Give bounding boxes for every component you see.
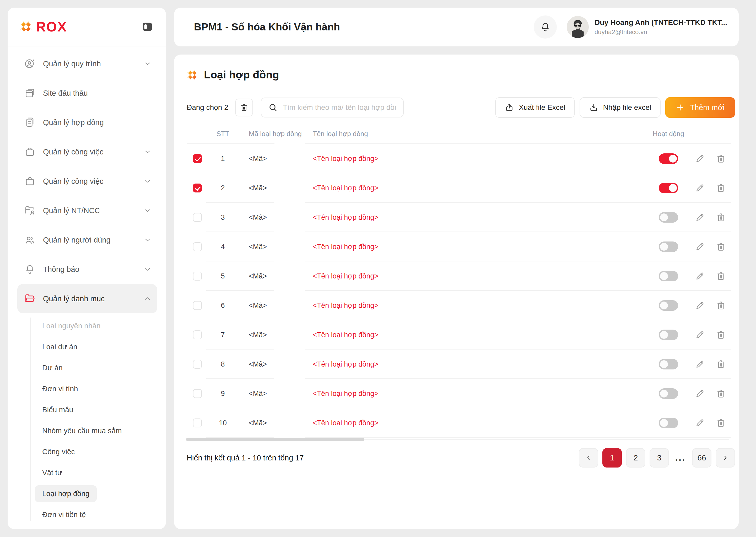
table-row: 6 <Mã> <Tên loại hợp đồng>: [174, 291, 739, 320]
row-checkbox[interactable]: [193, 360, 202, 369]
sidebar-item[interactable]: Quản lý NT/NCC: [17, 196, 157, 225]
sidebar-subitem[interactable]: Đơn vị tính: [8, 378, 166, 399]
sidebar-item-label: Quản lý quy trình: [43, 60, 144, 68]
sidebar-subitem[interactable]: Biểu mẫu: [8, 399, 166, 420]
sidebar-subitem-label: Biểu mẫu: [35, 401, 80, 418]
edit-button[interactable]: [695, 330, 705, 340]
active-toggle[interactable]: [659, 388, 678, 399]
sidebar-item[interactable]: Quản lý công việc: [17, 137, 157, 167]
sidebar-item-label: Quản lý danh mục: [43, 295, 144, 303]
delete-button[interactable]: [716, 183, 726, 193]
sidebar-subitem[interactable]: Loại nguyên nhân: [8, 315, 166, 336]
delete-button[interactable]: [716, 271, 726, 281]
sidebar-subitem[interactable]: Đơn vị tiền tệ: [8, 504, 166, 525]
horizontal-scrollbar[interactable]: [186, 437, 729, 441]
cell-name: <Tên loại hợp đồng>: [305, 243, 648, 251]
sidebar-item[interactable]: Thông báo: [17, 255, 157, 284]
pencil-icon: [695, 153, 705, 164]
sidebar-subitem[interactable]: Nhóm yêu cầu mua sắm: [8, 420, 166, 441]
edit-button[interactable]: [695, 183, 705, 193]
previous-page-button[interactable]: [579, 448, 598, 468]
active-toggle[interactable]: [659, 212, 678, 223]
page-button[interactable]: ...: [673, 448, 688, 468]
search-box: [261, 98, 404, 117]
row-checkbox[interactable]: [193, 154, 202, 163]
toggle-knob: [660, 272, 668, 280]
delete-button[interactable]: [716, 359, 726, 369]
active-toggle[interactable]: [659, 359, 678, 369]
chevron-icon: [144, 89, 151, 97]
delete-button[interactable]: [716, 241, 726, 252]
sidebar-item[interactable]: Site đấu thầu: [17, 78, 157, 108]
row-checkbox[interactable]: [193, 184, 202, 192]
edit-button[interactable]: [695, 212, 705, 223]
edit-button[interactable]: [695, 241, 705, 252]
import-excel-button[interactable]: Nhập file excel: [579, 97, 661, 118]
add-new-button[interactable]: Thêm mới: [665, 97, 735, 118]
sidebar-item-label: Quản lý công việc: [43, 177, 144, 186]
sidebar-item[interactable]: Quản lý công việc: [17, 167, 157, 196]
sidebar-subitem[interactable]: Công việc: [8, 441, 166, 462]
delete-button[interactable]: [716, 300, 726, 311]
row-checkbox[interactable]: [193, 301, 202, 310]
row-checkbox[interactable]: [193, 389, 202, 398]
edit-button[interactable]: [695, 388, 705, 399]
notifications-button[interactable]: [534, 16, 557, 39]
sidebar-item[interactable]: Quản lý hợp đồng: [17, 108, 157, 137]
avatar[interactable]: [567, 16, 589, 38]
delete-button[interactable]: [716, 418, 726, 428]
delete-button[interactable]: [716, 388, 726, 399]
user-info[interactable]: Duy Hoang Anh (TNTECH-TTKD TKT... duyha2…: [595, 19, 727, 35]
sidebar-subitem-label: Vật tư: [35, 464, 69, 481]
row-checkbox[interactable]: [193, 242, 202, 251]
page-button[interactable]: 3: [650, 448, 669, 468]
edit-button[interactable]: [695, 359, 705, 369]
edit-button[interactable]: [695, 418, 705, 428]
toggle-knob: [660, 302, 668, 310]
sidebar-item[interactable]: Quản lý danh mục: [17, 284, 157, 313]
export-excel-label: Xuất file Excel: [519, 103, 565, 112]
toggle-knob: [660, 390, 668, 397]
sidebar-item[interactable]: Quản lý người dùng: [17, 225, 157, 255]
active-toggle[interactable]: [659, 241, 678, 252]
active-toggle[interactable]: [659, 271, 678, 281]
edit-button[interactable]: [695, 300, 705, 311]
sidebar-subitem[interactable]: Dự án: [8, 357, 166, 378]
scrollbar-thumb[interactable]: [186, 437, 364, 441]
delete-button[interactable]: [716, 153, 726, 164]
edit-button[interactable]: [695, 271, 705, 281]
page-button[interactable]: 1: [602, 448, 622, 468]
delete-button[interactable]: [716, 212, 726, 223]
active-toggle[interactable]: [659, 418, 678, 428]
sidebar-item[interactable]: Quản lý quy trình: [17, 49, 157, 78]
import-excel-label: Nhập file excel: [603, 103, 652, 112]
next-page-button[interactable]: [716, 448, 735, 468]
active-toggle[interactable]: [659, 300, 678, 311]
cell-name: <Tên loại hợp đồng>: [305, 302, 648, 310]
active-toggle[interactable]: [659, 153, 678, 164]
trash-icon: [716, 388, 726, 399]
active-toggle[interactable]: [659, 330, 678, 340]
bell-icon: [540, 21, 551, 32]
row-checkbox[interactable]: [193, 272, 202, 280]
sidebar-subitem[interactable]: Loại dự án: [8, 336, 166, 357]
bulk-delete-button[interactable]: [235, 99, 253, 116]
export-excel-button[interactable]: Xuất file Excel: [495, 97, 575, 118]
sidebar-item-label: Thông báo: [43, 265, 144, 274]
page-button[interactable]: 2: [626, 448, 645, 468]
sidebar-subitem[interactable]: Vật tư: [8, 462, 166, 483]
search-input[interactable]: [282, 103, 396, 112]
sidebar-item-label: Quản lý NT/NCC: [43, 206, 144, 215]
sidebar-collapse-button[interactable]: [141, 21, 154, 33]
sidebar-subitem-label: Công việc: [35, 443, 82, 460]
page-button[interactable]: 66: [692, 448, 711, 468]
active-toggle[interactable]: [659, 183, 678, 193]
edit-button[interactable]: [695, 153, 705, 164]
cell-stt: 9: [202, 390, 244, 398]
sidebar-subitem[interactable]: Loại hợp đồng: [8, 483, 166, 504]
row-checkbox[interactable]: [193, 330, 202, 339]
sidebar-item-icon: [24, 175, 36, 187]
delete-button[interactable]: [716, 330, 726, 340]
row-checkbox[interactable]: [193, 419, 202, 428]
row-checkbox[interactable]: [193, 213, 202, 222]
